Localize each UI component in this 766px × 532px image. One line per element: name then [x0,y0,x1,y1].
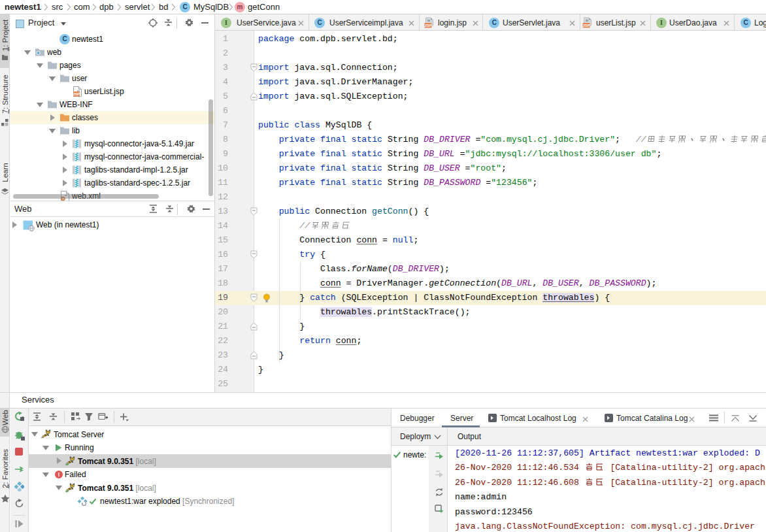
svg-text:JSP: JSP [73,92,80,96]
svg-text:JSP: JSP [583,24,590,27]
svg-text:JSP: JSP [424,24,431,27]
